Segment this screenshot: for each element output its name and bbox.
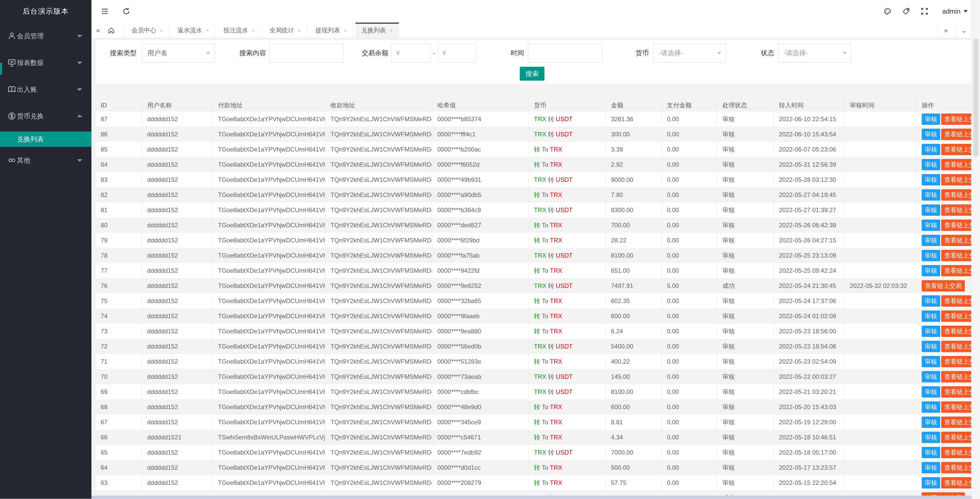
view-button[interactable]: 查看链上交易 — [941, 341, 972, 352]
close-icon[interactable]: × — [390, 27, 393, 33]
status-select[interactable]: -请选择- — [778, 43, 851, 63]
currency-select[interactable]: -请选择- — [653, 43, 726, 63]
audit-button[interactable]: 审核 — [922, 462, 940, 473]
vertical-scrollbar[interactable] — [971, 0, 980, 499]
fullscreen-icon[interactable] — [914, 0, 935, 22]
tab-home[interactable] — [108, 22, 124, 38]
vertical-scrollbar-thumb[interactable] — [973, 38, 978, 157]
time-input[interactable] — [528, 43, 602, 63]
horizontal-scrollbar-thumb[interactable] — [91, 496, 972, 499]
view-button[interactable]: 查看链上交易 — [941, 174, 972, 186]
home-icon — [108, 27, 115, 34]
view-button[interactable]: 查看链上交易 — [941, 159, 972, 170]
tab-exchange-list-active[interactable]: 兑换列表× — [355, 22, 399, 38]
view-button[interactable]: 查看链上交易 — [941, 204, 972, 216]
view-button[interactable]: 查看链上交易 — [941, 432, 972, 443]
audit-button[interactable]: 审核 — [922, 265, 940, 277]
audit-button[interactable]: 审核 — [922, 129, 940, 140]
audit-button[interactable]: 审核 — [922, 356, 940, 367]
cell-recv_addr: TQn9Y2khEsLJW1ChVWFMSMeRDow5Kc… — [325, 293, 432, 308]
view-button[interactable]: 查看链上交易 — [941, 371, 972, 382]
cell-pay_addr: TGoe8abtXDe1aYPVhjwDCUmH641VHkrCCX — [213, 293, 325, 308]
search-type-select[interactable]: 用户名 — [142, 43, 215, 63]
sidebar-item-exchange-list-active[interactable]: 兑换列表 — [0, 132, 91, 147]
tabs-scroll-right-button[interactable]: » — [938, 22, 953, 38]
cell-in_time: 2022-05-23 18:56:00 — [773, 324, 845, 339]
balance-max-input[interactable] — [438, 43, 476, 63]
audit-button[interactable]: 审核 — [922, 416, 940, 428]
view-button[interactable]: 查看链上交易 — [941, 356, 972, 367]
audit-button[interactable]: 审核 — [922, 401, 940, 413]
view-button[interactable]: 查看链上交易 — [941, 219, 972, 231]
close-icon[interactable]: × — [298, 27, 301, 33]
close-icon[interactable]: × — [206, 27, 209, 33]
audit-button[interactable]: 审核 — [922, 477, 940, 488]
audit-button[interactable]: 审核 — [922, 341, 940, 352]
audit-button[interactable]: 审核 — [922, 144, 940, 155]
audit-button[interactable]: 审核 — [922, 189, 940, 200]
tabs-more-button[interactable]: ⌄ — [956, 22, 972, 38]
sidebar-item-other[interactable]: 其他 — [0, 147, 91, 173]
audit-button[interactable]: 审核 — [922, 432, 940, 443]
view-button[interactable]: 查看链上交易 — [941, 189, 972, 200]
view-button[interactable]: 查看链上交易 — [941, 265, 972, 277]
audit-button[interactable]: 审核 — [922, 159, 940, 170]
view-button[interactable]: 查看链上交易 — [922, 280, 965, 291]
audit-button[interactable]: 审核 — [922, 447, 940, 458]
cell-actions: 审核查看链上交易 — [916, 127, 972, 142]
audit-button[interactable]: 审核 — [922, 219, 940, 231]
view-button[interactable]: 查看链上交易 — [941, 296, 972, 307]
collapse-menu-icon[interactable] — [94, 0, 115, 22]
tab-rebate-flow[interactable]: 返水流水× — [172, 22, 215, 38]
tabs-scroll-left-button[interactable]: « — [91, 22, 105, 38]
sidebar-item-member-management[interactable]: 会员管理 — [0, 22, 91, 49]
audit-button[interactable]: 审核 — [922, 386, 940, 397]
sidebar-scrollbar-thumb[interactable] — [0, 63, 2, 75]
tab-bet-flow[interactable]: 投注流水× — [218, 22, 261, 38]
cell-in_time: 2022-06-10 15:43:54 — [773, 127, 845, 142]
tab-withdraw-list[interactable]: 提现列表× — [309, 22, 353, 38]
audit-button[interactable]: 审核 — [922, 235, 940, 246]
view-button[interactable]: 查看链上交易 — [941, 144, 972, 155]
view-button[interactable]: 查看链上交易 — [941, 447, 972, 458]
cell-hash: 0000****b364c9 — [432, 202, 528, 218]
horizontal-scrollbar[interactable] — [91, 496, 972, 499]
palette-icon[interactable] — [877, 0, 898, 22]
search-content-input[interactable] — [269, 43, 344, 63]
audit-button[interactable]: 审核 — [922, 296, 940, 307]
tab-global-stats[interactable]: 全局统计× — [264, 22, 307, 38]
view-button[interactable]: 查看链上交易 — [941, 462, 972, 473]
audit-button[interactable]: 审核 — [922, 174, 940, 186]
view-button[interactable]: 查看链上交易 — [941, 129, 972, 140]
close-icon[interactable]: × — [344, 27, 347, 33]
sidebar-item-ledger[interactable]: 出入账 — [0, 76, 91, 103]
cell-recv_addr: TQn9Y2khEsLJW1ChVWFMSMeRDow5Kc… — [325, 399, 432, 415]
view-button[interactable]: 查看链上交易 — [941, 326, 972, 337]
search-button[interactable]: 搜索 — [520, 67, 544, 81]
audit-button[interactable]: 审核 — [922, 371, 940, 382]
audit-button[interactable]: 审核 — [922, 250, 940, 261]
refresh-icon[interactable] — [116, 0, 137, 22]
close-icon[interactable]: × — [252, 27, 255, 33]
balance-min-input[interactable] — [391, 43, 430, 63]
sidebar-item-currency-exchange[interactable]: 货币兑换 — [0, 103, 91, 129]
audit-button[interactable]: 审核 — [922, 326, 940, 337]
tab-member-center[interactable]: 会员中心× — [126, 22, 170, 38]
view-button[interactable]: 查看链上交易 — [941, 386, 972, 397]
view-button[interactable]: 查看链上交易 — [941, 310, 972, 322]
user-menu[interactable]: admin — [939, 0, 971, 22]
cell-currency: 转 To TRX — [528, 475, 606, 490]
view-button[interactable]: 查看链上交易 — [941, 250, 972, 261]
view-button[interactable]: 查看链上交易 — [941, 235, 972, 246]
tag-icon[interactable] — [896, 0, 916, 22]
view-button[interactable]: 查看链上交易 — [941, 416, 972, 428]
audit-button[interactable]: 审核 — [922, 310, 940, 322]
audit-button[interactable]: 审核 — [922, 113, 940, 125]
sidebar-item-report-data[interactable]: 报表数据 — [0, 49, 91, 76]
view-button[interactable]: 查看链上交易 — [941, 113, 972, 125]
view-button[interactable]: 查看链上交易 — [941, 401, 972, 413]
view-button[interactable]: 查看链上交易 — [941, 477, 972, 488]
cell-pay_amount: 0.00 — [662, 202, 717, 218]
close-icon[interactable]: × — [160, 27, 163, 33]
audit-button[interactable]: 审核 — [922, 204, 940, 216]
